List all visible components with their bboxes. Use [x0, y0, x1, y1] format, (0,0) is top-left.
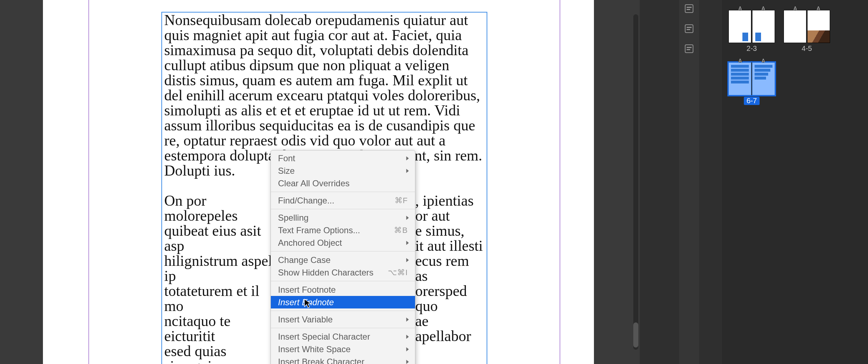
menu-separator [271, 192, 415, 192]
context-menu-item[interactable]: Find/Change...⌘F [271, 194, 415, 207]
scrollbar-thumb[interactable] [633, 322, 638, 348]
chevron-right-icon [405, 347, 410, 352]
context-menu-item[interactable]: Insert Special Character [271, 330, 415, 343]
margin-guide-left [88, 0, 89, 364]
vertical-scrollbar[interactable] [632, 0, 640, 364]
menu-item-label: Clear All Overrides [278, 178, 410, 189]
menu-item-label: Anchored Object [278, 238, 405, 248]
context-menu-item[interactable]: Change Case [271, 254, 415, 266]
chevron-right-icon [405, 215, 410, 220]
menu-item-label: Font [278, 153, 405, 164]
page-thumbnail[interactable] [728, 62, 751, 95]
chevron-right-icon [405, 168, 410, 173]
context-menu-item[interactable]: Font [271, 152, 415, 164]
context-menu-item[interactable]: Insert White Space [271, 343, 415, 355]
svg-rect-1 [687, 7, 692, 8]
menu-separator [271, 328, 415, 328]
page-thumbnail[interactable] [784, 10, 806, 43]
context-menu-item[interactable]: Spelling [271, 211, 415, 224]
svg-rect-7 [687, 47, 692, 48]
menu-item-label: Find/Change... [278, 195, 395, 206]
menu-item-label: Text Frame Options... [278, 225, 394, 236]
panels-area: AA2-3AA4-5 AA6-7 [640, 0, 868, 364]
context-menu-item[interactable]: Size [271, 164, 415, 177]
menu-item-label: Insert Break Character [278, 356, 405, 364]
body-paragraph[interactable]: On por molorepeles quibeat eius asit asp… [164, 193, 274, 364]
menu-item-label: Insert Endnote [278, 297, 410, 308]
menu-item-label: Insert Footnote [278, 284, 410, 295]
chevron-right-icon [405, 240, 410, 245]
spread-label: 2-3 [747, 44, 757, 53]
pages-panel[interactable]: AA2-3AA4-5 AA6-7 [722, 0, 868, 364]
context-menu-item[interactable]: Show Hidden Characters⌥⌘I [271, 266, 415, 279]
page-thumbnail[interactable] [807, 10, 830, 43]
svg-rect-8 [687, 49, 690, 50]
spread-label: 4-5 [802, 44, 812, 53]
menu-separator [271, 251, 415, 252]
menu-item-shortcut: ⌘B [394, 225, 408, 236]
chevron-right-icon [405, 317, 410, 322]
menu-separator [271, 209, 415, 209]
context-menu-item[interactable]: Clear All Overrides [271, 177, 415, 190]
panel-icon[interactable] [683, 2, 696, 15]
menu-item-label: Change Case [278, 255, 405, 265]
body-paragraph[interactable]: , ipientias or aut e simus, it aut illes… [415, 193, 484, 364]
context-menu-item[interactable]: Insert Footnote [271, 283, 415, 296]
collapsed-panel-strip[interactable] [679, 0, 699, 364]
page-spread-thumbnail[interactable]: AA2-3 [728, 10, 775, 53]
menu-item-label: Spelling [278, 212, 405, 223]
menu-separator [271, 311, 415, 311]
context-menu: FontSizeClear All OverridesFind/Change..… [270, 150, 415, 364]
menu-item-label: Size [278, 166, 405, 176]
menu-item-shortcut: ⌥⌘I [388, 267, 408, 278]
menu-separator [271, 281, 415, 281]
page-thumbnail[interactable] [728, 10, 751, 43]
chevron-right-icon [405, 156, 410, 161]
page-thumbnail[interactable] [752, 10, 775, 43]
svg-rect-6 [685, 45, 693, 53]
context-menu-item[interactable]: Anchored Object [271, 236, 415, 249]
page-spread-thumbnail[interactable]: AA6-7 [728, 62, 775, 105]
panel-icon[interactable] [683, 22, 696, 35]
svg-rect-3 [685, 25, 693, 33]
canvas[interactable]: Nonsequibusam dolecab orepudamenis quiat… [0, 0, 640, 364]
svg-rect-5 [687, 29, 690, 30]
context-menu-item[interactable]: Text Frame Options...⌘B [271, 224, 415, 236]
menu-item-shortcut: ⌘F [395, 195, 408, 206]
spread-label: 6-7 [744, 97, 760, 105]
menu-item-label: Show Hidden Characters [278, 267, 388, 278]
menu-item-label: Insert White Space [278, 344, 405, 355]
menu-item-label: Insert Variable [278, 314, 405, 325]
context-menu-item[interactable]: Insert Endnote [271, 296, 415, 308]
page-spread-thumbnail[interactable]: AA4-5 [784, 10, 830, 53]
context-menu-item[interactable]: Insert Variable [271, 313, 415, 326]
menu-item-label: Insert Special Character [278, 331, 405, 342]
chevron-right-icon [405, 334, 410, 339]
svg-rect-4 [687, 27, 692, 28]
chevron-right-icon [405, 359, 410, 364]
panel-icon[interactable] [683, 42, 696, 55]
svg-rect-0 [685, 5, 693, 13]
page-thumbnail[interactable] [752, 62, 775, 95]
context-menu-item[interactable]: Insert Break Character [271, 355, 415, 364]
page[interactable]: Nonsequibusam dolecab orepudamenis quiat… [43, 0, 594, 364]
margin-guide-right [560, 0, 560, 364]
svg-rect-2 [687, 9, 690, 10]
chevron-right-icon [405, 258, 410, 263]
